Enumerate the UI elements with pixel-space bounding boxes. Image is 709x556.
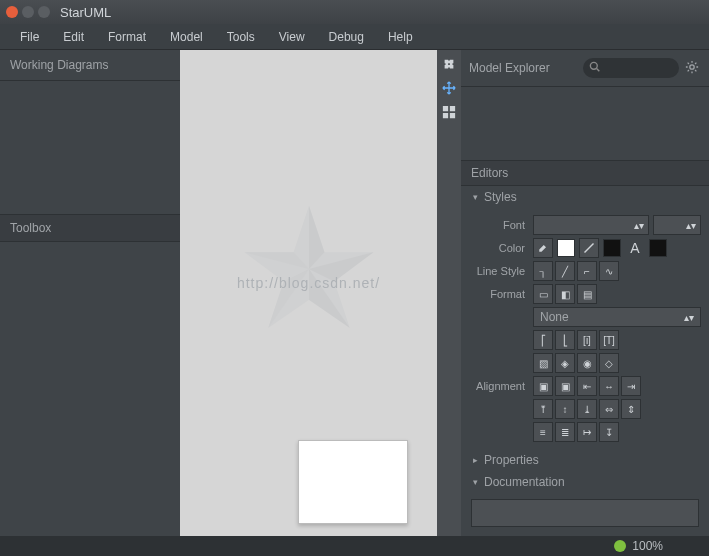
distribute-v-button[interactable]: ⇕ bbox=[621, 399, 641, 419]
chevron-right-icon: ▸ bbox=[473, 455, 478, 465]
extension-icon[interactable] bbox=[441, 56, 457, 72]
align-left-button[interactable]: ⇤ bbox=[577, 376, 597, 396]
right-panel: Model Explorer Editors ▾ Styles Font ▴▾ … bbox=[461, 50, 709, 536]
fmt-grid-2[interactable]: ⎣ bbox=[555, 330, 575, 350]
fmt-grid-5[interactable]: ▧ bbox=[533, 353, 553, 373]
toolbox-header: Toolbox bbox=[0, 214, 180, 242]
window-buttons bbox=[6, 6, 50, 18]
space-equal-v-button[interactable]: ≣ bbox=[555, 422, 575, 442]
left-panel: Working Diagrams Toolbox bbox=[0, 50, 180, 536]
minimize-button[interactable] bbox=[22, 6, 34, 18]
search-icon bbox=[589, 61, 600, 75]
distribute-h-button[interactable]: ⇔ bbox=[599, 399, 619, 419]
menu-format[interactable]: Format bbox=[96, 30, 158, 44]
bring-to-front-button[interactable]: ▣ bbox=[555, 376, 575, 396]
menubar: File Edit Format Model Tools View Debug … bbox=[0, 24, 709, 50]
alignment-label: Alignment bbox=[469, 380, 533, 392]
align-top-button[interactable]: ⤒ bbox=[533, 399, 553, 419]
move-icon[interactable] bbox=[441, 80, 457, 96]
line-color-swatch[interactable] bbox=[603, 239, 621, 257]
line-style-oblique-button[interactable]: ╱ bbox=[555, 261, 575, 281]
documentation-section-header[interactable]: ▾ Documentation bbox=[461, 471, 709, 493]
status-ok-icon bbox=[614, 540, 626, 552]
toolbox-body[interactable] bbox=[0, 242, 180, 536]
titlebar: StarUML bbox=[0, 0, 709, 24]
svg-point-6 bbox=[590, 62, 597, 69]
font-color-swatch[interactable] bbox=[649, 239, 667, 257]
model-explorer-header-row: Model Explorer bbox=[461, 50, 709, 87]
model-explorer-label: Model Explorer bbox=[469, 61, 550, 75]
star-watermark-icon bbox=[239, 199, 379, 339]
close-button[interactable] bbox=[6, 6, 18, 18]
fmt-grid-7[interactable]: ◉ bbox=[577, 353, 597, 373]
styles-form: Font ▴▾ ▴▾ Color A bbox=[461, 208, 709, 449]
styles-label: Styles bbox=[484, 190, 517, 204]
format-label: Format bbox=[469, 288, 533, 300]
align-center-button[interactable]: ↔ bbox=[599, 376, 619, 396]
fmt-grid-6[interactable]: ◈ bbox=[555, 353, 575, 373]
chevron-down-icon: ▾ bbox=[473, 192, 478, 202]
stereotype-display-value: None bbox=[540, 310, 569, 324]
canvas-toolbar bbox=[437, 50, 461, 536]
fmt-grid-4[interactable]: [T] bbox=[599, 330, 619, 350]
match-height-button[interactable]: ↧ bbox=[599, 422, 619, 442]
fill-color-icon[interactable] bbox=[533, 238, 553, 258]
space-equal-h-button[interactable]: ≡ bbox=[533, 422, 553, 442]
fill-color-swatch[interactable] bbox=[557, 239, 575, 257]
menu-help[interactable]: Help bbox=[376, 30, 425, 44]
line-style-label: Line Style bbox=[469, 265, 533, 277]
working-diagrams-body[interactable] bbox=[0, 81, 180, 214]
align-middle-button[interactable]: ↕ bbox=[555, 399, 575, 419]
font-label: Font bbox=[469, 219, 533, 231]
window-title: StarUML bbox=[60, 5, 111, 20]
fmt-grid-1[interactable]: ⎡ bbox=[533, 330, 553, 350]
line-style-rectilinear-button[interactable]: ┐ bbox=[533, 261, 553, 281]
maximize-button[interactable] bbox=[38, 6, 50, 18]
center-area: http://blog.csdn.net/ bbox=[180, 50, 461, 536]
line-style-rounded-button[interactable]: ⌐ bbox=[577, 261, 597, 281]
menu-tools[interactable]: Tools bbox=[215, 30, 267, 44]
diagram-canvas[interactable]: http://blog.csdn.net/ bbox=[180, 50, 437, 536]
diagram-element[interactable] bbox=[298, 440, 408, 524]
svg-line-7 bbox=[597, 69, 600, 72]
styles-section-header[interactable]: ▾ Styles bbox=[461, 186, 709, 208]
model-explorer-body[interactable] bbox=[461, 87, 709, 160]
documentation-label: Documentation bbox=[484, 475, 565, 489]
zoom-level[interactable]: 100% bbox=[632, 539, 663, 553]
font-size-combo[interactable]: ▴▾ bbox=[653, 215, 701, 235]
working-diagrams-header: Working Diagrams bbox=[0, 50, 180, 81]
send-to-back-button[interactable]: ▣ bbox=[533, 376, 553, 396]
svg-point-8 bbox=[690, 65, 694, 69]
settings-button[interactable] bbox=[685, 60, 701, 76]
properties-section-header[interactable]: ▸ Properties bbox=[461, 449, 709, 471]
stereotype-display-combo[interactable]: None ▴▾ bbox=[533, 307, 701, 327]
menu-file[interactable]: File bbox=[8, 30, 51, 44]
menu-model[interactable]: Model bbox=[158, 30, 215, 44]
align-bottom-button[interactable]: ⤓ bbox=[577, 399, 597, 419]
format-btn-3[interactable]: ▤ bbox=[577, 284, 597, 304]
color-label: Color bbox=[469, 242, 533, 254]
match-width-button[interactable]: ↦ bbox=[577, 422, 597, 442]
fmt-grid-8[interactable]: ◇ bbox=[599, 353, 619, 373]
format-btn-2[interactable]: ◧ bbox=[555, 284, 575, 304]
line-style-curve-button[interactable]: ∿ bbox=[599, 261, 619, 281]
fmt-grid-3[interactable]: [i] bbox=[577, 330, 597, 350]
menu-edit[interactable]: Edit bbox=[51, 30, 96, 44]
search-input[interactable] bbox=[600, 62, 660, 74]
documentation-textarea[interactable] bbox=[471, 499, 699, 527]
editors-header: Editors bbox=[461, 160, 709, 186]
format-btn-1[interactable]: ▭ bbox=[533, 284, 553, 304]
menu-debug[interactable]: Debug bbox=[317, 30, 376, 44]
search-field[interactable] bbox=[583, 58, 679, 78]
status-bar: 100% bbox=[0, 536, 709, 556]
menu-view[interactable]: View bbox=[267, 30, 317, 44]
grid-icon[interactable] bbox=[441, 104, 457, 120]
font-color-icon[interactable]: A bbox=[625, 238, 645, 258]
align-right-button[interactable]: ⇥ bbox=[621, 376, 641, 396]
chevron-down-icon: ▾ bbox=[473, 477, 478, 487]
font-family-combo[interactable]: ▴▾ bbox=[533, 215, 649, 235]
line-color-icon[interactable] bbox=[579, 238, 599, 258]
properties-label: Properties bbox=[484, 453, 539, 467]
